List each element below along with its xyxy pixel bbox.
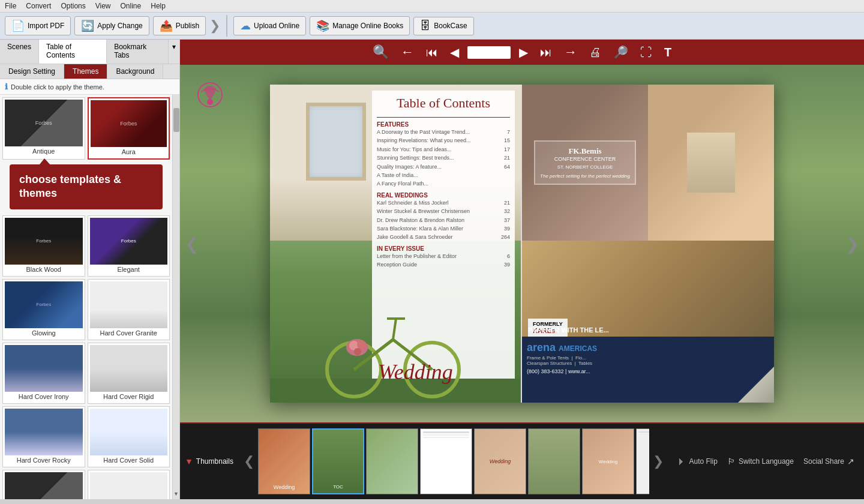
center-area: 🔍 ← ⏮ ◀ 4 - 5/24 ▶ ⏭ → 🖨 🔎 ⛶ T xyxy=(180,40,864,499)
back-button[interactable]: ← xyxy=(397,43,418,61)
menu-options[interactable]: Options xyxy=(61,2,85,10)
toc-realweddings-items: Karl Schneider & Miss Jockerl 21 Winter … xyxy=(377,199,510,242)
theme-hardcoverrigid[interactable]: Hard Cover Rigid xyxy=(88,343,170,404)
theme-hardcoverrocky[interactable]: Hard Cover Rocky xyxy=(2,406,85,467)
hint-bar: ℹ Double click to apply the theme. xyxy=(0,79,179,95)
tab-design-setting[interactable]: Design Setting xyxy=(0,64,64,79)
scroll-down-arrow[interactable]: ▼ xyxy=(172,490,179,498)
elegant-label: Elegant xyxy=(90,265,168,274)
themes-wrapper: Forbes Antique Forbes Aura xyxy=(0,95,179,499)
print-button[interactable]: 🖨 xyxy=(586,44,605,61)
hardcoverrocky-thumb xyxy=(5,409,83,455)
upload-online-button[interactable]: ☁ Upload Online xyxy=(233,16,306,35)
thumb-8[interactable] xyxy=(636,428,649,494)
thumb-4[interactable] xyxy=(420,428,472,494)
menu-file[interactable]: File xyxy=(5,2,16,10)
theme-aura[interactable]: Forbes Aura xyxy=(88,97,170,160)
partner-label: PARTNER WITH THE LE... xyxy=(528,326,768,334)
book-left-page: Table of Contents FEATURES A Doorway to … xyxy=(270,85,522,403)
books-icon: 📚 xyxy=(316,19,329,32)
callout-container: choose templates & themes xyxy=(5,164,167,209)
svg-point-13 xyxy=(354,348,361,355)
tab-table-of-contents[interactable]: Table of Contents xyxy=(39,40,107,64)
flag-icon: 🏳 xyxy=(727,457,736,466)
blackwood-label: Black Wood xyxy=(5,265,83,274)
theme-glowing[interactable]: Forbes Glowing xyxy=(2,279,85,340)
theme-11[interactable] xyxy=(2,470,85,499)
photo2-content xyxy=(687,133,735,193)
page-indicator[interactable]: 4 - 5/24 xyxy=(467,46,511,59)
thumbs-container: Wedding TOC xyxy=(258,428,649,494)
menu-view[interactable]: View xyxy=(95,2,111,10)
next-page-nav[interactable]: ❯ xyxy=(845,234,859,254)
import-pdf-button[interactable]: 📄 Import PDF xyxy=(5,16,71,35)
publish-button[interactable]: 📤 Publish xyxy=(153,16,206,35)
main-toolbar: 📄 Import PDF 🔄 Apply Change 📤 Publish ❯ … xyxy=(0,13,864,40)
social-share-control[interactable]: Social Share ↗ xyxy=(803,457,854,466)
tab-scenes[interactable]: Scenes xyxy=(0,40,39,64)
status-bar: ⏵ Auto Flip 🏳 Switch Language Social Sha… xyxy=(667,456,864,467)
bookcase-button[interactable]: 🗄 BookCase xyxy=(413,17,473,35)
thumb-1[interactable]: Wedding xyxy=(258,428,310,494)
manage-online-button[interactable]: 📚 Manage Online Books xyxy=(310,16,410,35)
apply-change-label: Apply Change xyxy=(97,22,142,30)
search-button[interactable]: 🔎 xyxy=(610,44,632,61)
callout-text: choose templates & themes xyxy=(10,164,163,209)
tab-themes[interactable]: Themes xyxy=(64,64,107,79)
svg-line-8 xyxy=(393,319,396,340)
theme-hardcoveirony[interactable]: Hard Cover Irony xyxy=(2,343,85,404)
apply-change-button[interactable]: 🔄 Apply Change xyxy=(74,16,149,35)
separator xyxy=(226,15,227,37)
auto-flip-control[interactable]: ⏵ Auto Flip xyxy=(677,456,718,467)
svg-point-12 xyxy=(357,340,365,349)
bookcase-icon: 🗄 xyxy=(420,20,431,32)
tabs-row1: Scenes Table of Contents Bookmark Tabs ▾ xyxy=(0,40,179,64)
main-layout: Scenes Table of Contents Bookmark Tabs ▾… xyxy=(0,40,864,499)
thumbs-prev-button[interactable]: ❮ xyxy=(240,454,258,469)
glowing-label: Glowing xyxy=(5,328,83,338)
menu-online[interactable]: Online xyxy=(121,2,142,10)
tab-bookmark-tabs[interactable]: Bookmark Tabs xyxy=(107,40,169,64)
thumbs-next-button[interactable]: ❯ xyxy=(649,454,667,469)
callout-arrow xyxy=(41,160,50,165)
expand-icon[interactable]: ❯ xyxy=(209,18,220,34)
next-page-button[interactable]: ▶ xyxy=(515,44,532,61)
publish-icon: 📤 xyxy=(160,19,173,32)
right-top: FK.Bemis CONFERENCE CENTER ST. NORBERT C… xyxy=(522,85,774,241)
last-page-button[interactable]: ⏭ xyxy=(536,44,556,61)
scroll-thumb[interactable] xyxy=(173,108,179,132)
theme-elegant[interactable]: Forbes Elegant xyxy=(88,215,170,277)
theme-blackwood[interactable]: Forbes Black Wood xyxy=(2,215,85,277)
first-page-button[interactable]: ⏮ xyxy=(422,44,442,61)
bemis-subtitle: CONFERENCE CENTER xyxy=(540,156,630,162)
switch-language-control[interactable]: 🏳 Switch Language xyxy=(727,457,794,466)
bemis-title: FK.Bemis xyxy=(540,146,630,156)
thumb-2[interactable]: TOC xyxy=(312,428,364,494)
prev-page-button[interactable]: ◀ xyxy=(446,44,463,61)
nav-toolbar: 🔍 ← ⏮ ◀ 4 - 5/24 ▶ ⏭ → 🖨 🔎 ⛶ T xyxy=(180,40,864,65)
fullscreen-button[interactable]: ⛶ xyxy=(637,44,656,61)
bemis-tagline: The perfect setting for the perfect wedd… xyxy=(540,173,630,179)
arena-footer: FORMERLYKAREs arena AMERICAS Frame & Pol… xyxy=(522,337,774,403)
tab-background[interactable]: Background xyxy=(107,64,163,79)
zoom-in-button[interactable]: 🔍 xyxy=(369,43,392,61)
theme-hardcoversolid[interactable]: Hard Cover Solid xyxy=(88,406,170,467)
tabs-dropdown[interactable]: ▾ xyxy=(169,40,179,64)
bookcase-label: BookCase xyxy=(434,22,467,30)
thumb-6[interactable] xyxy=(528,428,580,494)
scroll-track[interactable]: ▼ xyxy=(172,95,179,499)
menu-convert[interactable]: Convert xyxy=(26,2,51,10)
theme-12[interactable] xyxy=(88,470,170,499)
page-curl xyxy=(738,367,774,403)
thumb-3[interactable] xyxy=(366,428,418,494)
theme-antique[interactable]: Forbes Antique xyxy=(2,97,85,160)
forward-button[interactable]: → xyxy=(560,43,581,61)
thumb-7[interactable]: Wedding xyxy=(582,428,634,494)
menu-help[interactable]: Help xyxy=(151,2,166,10)
hardcoverrigid-thumb xyxy=(90,345,168,392)
thumb-5[interactable]: Wedding xyxy=(474,428,526,494)
theme-hardcovergranite[interactable]: Hard Cover Granite xyxy=(88,279,170,340)
text-button[interactable]: T xyxy=(661,44,675,61)
hardcoveirony-label: Hard Cover Irony xyxy=(5,392,83,401)
prev-page-nav[interactable]: ❮ xyxy=(185,234,199,254)
